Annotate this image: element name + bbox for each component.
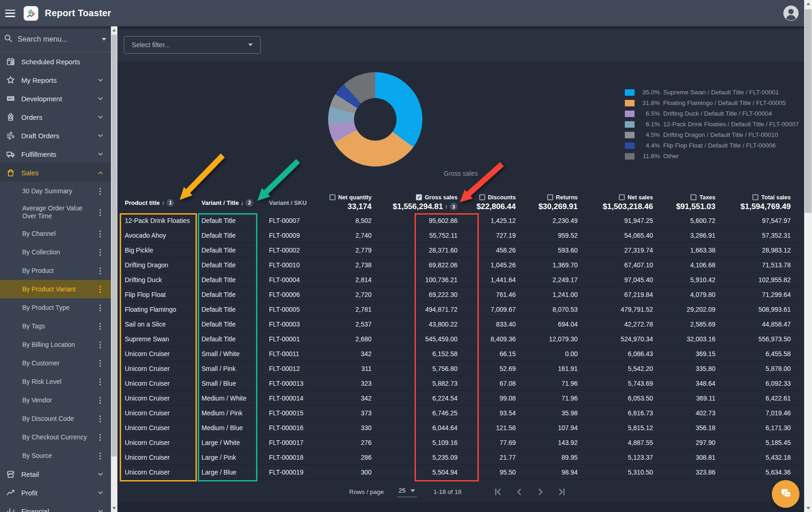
cell-returns: 89.95 bbox=[518, 450, 580, 464]
kebab-menu-icon[interactable]: ⋮ bbox=[96, 267, 104, 275]
sidebar-subitem-by-product[interactable]: By Product⋮ bbox=[0, 261, 111, 280]
cell-discounts: 1,045.26 bbox=[475, 258, 518, 272]
cell-taxes: 5,600.72 bbox=[655, 213, 717, 228]
sidebar-subitem-by-channel[interactable]: By Channel⋮ bbox=[0, 224, 111, 243]
kebab-menu-icon[interactable]: ⋮ bbox=[96, 415, 104, 423]
page-scrollbar[interactable] bbox=[804, 0, 812, 512]
rows-per-page-select[interactable]: 25 bbox=[397, 486, 417, 497]
sidebar-item-financial[interactable]: Financial bbox=[0, 502, 111, 512]
sidebar-item-my-reports[interactable]: My Reports bbox=[0, 71, 111, 89]
select-filter-dropdown[interactable]: Select filter... bbox=[124, 36, 261, 54]
cell-taxes: 29,202.09 bbox=[655, 302, 717, 316]
sidebar-item-sales[interactable]: Sales bbox=[0, 163, 111, 182]
column-label: Returns bbox=[556, 194, 578, 201]
cell-discounts: 93.54 bbox=[475, 406, 518, 420]
sidebar-subitem-by-collection[interactable]: By Collection⋮ bbox=[0, 243, 111, 261]
sidebar-subitem-average-order-value-over-time[interactable]: Average Order Value Over Time⋮ bbox=[0, 200, 111, 224]
cell-taxes: 323.86 bbox=[655, 465, 717, 479]
column-checkbox-discounts[interactable] bbox=[479, 194, 485, 200]
sidebar-subitem-by-source[interactable]: By Source⋮ bbox=[0, 446, 111, 465]
page-scrollbar-thumb[interactable] bbox=[805, 9, 812, 213]
cell-net_sales: 6,086.43 bbox=[580, 346, 655, 361]
sidebar-subitem-by-discount-code[interactable]: By Discount Code⋮ bbox=[0, 409, 111, 428]
sidebar-subitem-30-day-summary[interactable]: 30 Day Summary⋮ bbox=[0, 182, 111, 200]
column-header-total_sales[interactable]: Total sales$1,594,769.49 bbox=[717, 192, 801, 213]
sidebar-scrollbar[interactable] bbox=[111, 26, 117, 512]
kebab-menu-icon[interactable]: ⋮ bbox=[96, 341, 104, 349]
sidebar-subitem-by-checkout-currency[interactable]: By Checkout Currency⋮ bbox=[0, 428, 111, 446]
cell-variant_title: Default Title bbox=[198, 272, 258, 287]
wind-icon bbox=[6, 130, 16, 141]
column-checkbox-returns[interactable] bbox=[547, 194, 553, 200]
column-checkbox-net_quantity[interactable] bbox=[330, 194, 336, 200]
column-header-product_title[interactable]: Product title↑1 bbox=[119, 192, 198, 213]
column-header-taxes[interactable]: Taxes$91,551.03 bbox=[655, 192, 717, 213]
hamburger-menu-icon[interactable] bbox=[5, 10, 15, 17]
cell-variant_sku: FLT-000016 bbox=[258, 420, 318, 435]
sidebar-item-fulfillments[interactable]: Fulfillments bbox=[0, 145, 111, 163]
kebab-menu-icon[interactable]: ⋮ bbox=[96, 322, 104, 330]
column-header-gross_sales[interactable]: ✓Gross sales$1,556,294.81↑3 bbox=[373, 192, 475, 213]
column-checkbox-gross_sales[interactable]: ✓ bbox=[416, 194, 422, 200]
column-header-variant_sku[interactable]: Variant / SKU bbox=[258, 192, 318, 213]
cell-net_sales: 479,791.52 bbox=[580, 302, 655, 316]
kebab-menu-icon[interactable]: ⋮ bbox=[96, 248, 104, 256]
chart-title: Gross sales bbox=[117, 170, 804, 177]
sidebar-subitem-by-billing-location[interactable]: By Billing Location⋮ bbox=[0, 335, 111, 354]
next-page-button[interactable] bbox=[535, 486, 546, 497]
table-row: Unicorn CruiserMedium / PinkFLT-00001537… bbox=[119, 406, 801, 420]
kebab-menu-icon[interactable]: ⋮ bbox=[96, 285, 104, 293]
sidebar-item-orders[interactable]: Orders bbox=[0, 108, 111, 126]
legend-swatch bbox=[625, 100, 635, 106]
column-header-variant_title[interactable]: Variant / Title↓2 bbox=[198, 192, 258, 213]
sidebar-item-retail[interactable]: Retail bbox=[0, 465, 111, 483]
first-page-button[interactable] bbox=[492, 486, 503, 497]
cell-product_title: Unicorn Cruiser bbox=[119, 420, 198, 435]
search-menu-field[interactable]: Search menu... bbox=[0, 26, 111, 52]
column-header-net_quantity[interactable]: Net quantity33,174 bbox=[318, 192, 373, 213]
table-row: Unicorn CruiserSmall / WhiteFLT-00011342… bbox=[119, 346, 801, 361]
kebab-menu-icon[interactable]: ⋮ bbox=[96, 378, 104, 386]
cell-net_quantity: 2,680 bbox=[318, 332, 373, 346]
kebab-menu-icon[interactable]: ⋮ bbox=[96, 433, 104, 441]
sidebar-item-draft-orders[interactable]: Draft Orders bbox=[0, 126, 111, 145]
column-checkbox-net_sales[interactable] bbox=[619, 194, 625, 200]
column-header-returns[interactable]: Returns$30,269.91 bbox=[518, 192, 580, 213]
cell-gross_sales: 494,871.72 bbox=[373, 302, 475, 316]
sidebar-item-scheduled-reports[interactable]: Scheduled Reports bbox=[0, 52, 111, 71]
sidebar-subitem-by-product-variant[interactable]: By Product Variant⋮ bbox=[0, 280, 111, 298]
legend-percent: 6.5% bbox=[639, 110, 660, 117]
cell-total_sales: 508,993.61 bbox=[717, 302, 801, 316]
sidebar-item-label: Scheduled Reports bbox=[21, 58, 111, 66]
account-avatar-icon[interactable] bbox=[783, 5, 799, 21]
last-page-button[interactable] bbox=[556, 486, 567, 497]
kebab-menu-icon[interactable]: ⋮ bbox=[96, 230, 104, 238]
chat-support-button[interactable] bbox=[772, 480, 800, 508]
main-content: Select filter... 35.0%Supreme Swan / Def… bbox=[117, 26, 804, 512]
sidebar-subitem-by-tags[interactable]: By Tags⋮ bbox=[0, 317, 111, 335]
kebab-menu-icon[interactable]: ⋮ bbox=[96, 187, 104, 195]
sidebar-subitem-by-vendor[interactable]: By Vendor⋮ bbox=[0, 391, 111, 409]
sidebar-scrollbar-thumb[interactable] bbox=[111, 35, 117, 456]
cell-variant_sku: FLT-00011 bbox=[258, 346, 318, 361]
kebab-menu-icon[interactable]: ⋮ bbox=[96, 452, 104, 460]
column-header-net_sales[interactable]: Net sales$1,503,218.46 bbox=[580, 192, 655, 213]
sidebar-item-development[interactable]: DEVDevelopment bbox=[0, 89, 111, 108]
sidebar-subitem-by-product-type[interactable]: By Product Type⋮ bbox=[0, 298, 111, 317]
cell-net_sales: 5,123.37 bbox=[580, 450, 655, 464]
sidebar-item-profit[interactable]: Profit bbox=[0, 483, 111, 502]
kebab-menu-icon[interactable]: ⋮ bbox=[96, 359, 104, 367]
column-header-discounts[interactable]: Discounts$22,806.44 bbox=[475, 192, 518, 213]
sidebar-subitem-by-risk-level[interactable]: By Risk Level⋮ bbox=[0, 372, 111, 391]
column-checkbox-total_sales[interactable] bbox=[752, 194, 758, 200]
kebab-menu-icon[interactable]: ⋮ bbox=[96, 209, 104, 216]
cell-net_quantity: 373 bbox=[318, 406, 373, 420]
kebab-menu-icon[interactable]: ⋮ bbox=[96, 396, 104, 404]
sidebar-subitem-by-customer[interactable]: By Customer⋮ bbox=[0, 354, 111, 372]
sidebar-subitem-label: By Customer bbox=[22, 359, 96, 367]
previous-page-button[interactable] bbox=[513, 486, 525, 497]
column-checkbox-taxes[interactable] bbox=[690, 194, 696, 200]
cell-net_quantity: 276 bbox=[318, 435, 373, 450]
kebab-menu-icon[interactable]: ⋮ bbox=[96, 304, 104, 312]
cell-gross_sales: 28,371.60 bbox=[373, 243, 475, 257]
